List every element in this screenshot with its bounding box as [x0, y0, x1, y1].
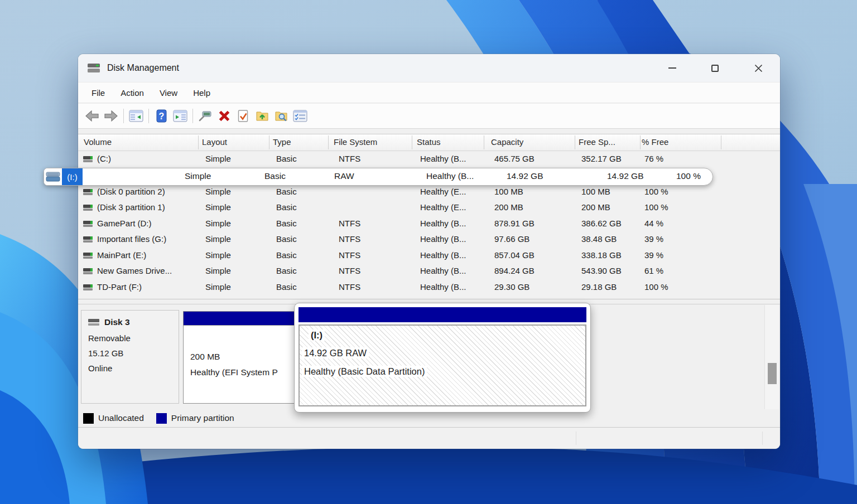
menu-action[interactable]: Action: [113, 84, 152, 101]
selected-partition-block[interactable]: (I:) 14.92 GB RAW Healthy (Basic Data Pa…: [294, 303, 591, 413]
table-row[interactable]: TD-Part (F:) Simple Basic NTFS Healthy (…: [78, 279, 780, 295]
col-volume[interactable]: Volume: [84, 137, 112, 147]
volume-icon: [83, 236, 93, 243]
selected-volume-row[interactable]: (I:) Simple Basic RAW Healthy (B... 14.9…: [44, 168, 713, 186]
app-icon: [87, 62, 102, 74]
status-bar: [78, 428, 780, 449]
console-tree-icon: [129, 110, 143, 122]
menu-bar: File Action View Help: [78, 82, 780, 103]
toolbar-separator: [192, 109, 193, 123]
partition-size: 14.92 GB RAW: [302, 347, 369, 358]
open-folder-up-button[interactable]: [253, 107, 272, 125]
selected-file-system: RAW: [334, 171, 354, 181]
window-title: Disk Management: [107, 63, 179, 73]
col-type[interactable]: Type: [273, 137, 291, 147]
toolbar: ?: [78, 104, 780, 129]
volume-icon: [83, 268, 93, 274]
back-icon: [85, 110, 99, 122]
efi-size: 200 MB: [190, 352, 220, 362]
col-pct-free[interactable]: % Free: [642, 137, 668, 147]
table-row[interactable]: (Disk 3 partition 1) Simple Basic Health…: [78, 200, 780, 216]
volume-icon: [83, 221, 93, 227]
toolbar-separator: [123, 109, 124, 123]
disk-icon: [88, 319, 99, 326]
selected-pct-free: 100 %: [676, 171, 701, 181]
primary-partition-swatch: [156, 413, 167, 424]
table-row[interactable]: Important files (G:) Simple Basic NTFS H…: [78, 231, 780, 248]
title-bar[interactable]: Disk Management: [78, 54, 780, 82]
folder-up-icon: [256, 109, 269, 123]
close-icon: [754, 64, 763, 72]
toolbar-separator: [148, 109, 149, 123]
minimize-button[interactable]: [659, 59, 685, 77]
removable-drive-icon: [44, 168, 62, 185]
table-row[interactable]: MainPart (E:) Simple Basic NTFS Healthy …: [78, 248, 780, 264]
partition-status: Healthy (Basic Data Partition): [302, 366, 427, 377]
check-document-icon: [237, 109, 249, 123]
primary-partition-bar: [298, 307, 586, 322]
delete-icon: [218, 109, 231, 123]
partition-hatched-body: (I:) 14.92 GB RAW Healthy (Basic Data Pa…: [298, 324, 586, 406]
table-row[interactable]: New Games Drive... Simple Basic NTFS Hea…: [78, 263, 780, 279]
selected-free-space: 14.92 GB: [607, 171, 644, 181]
col-file-system[interactable]: File System: [334, 137, 377, 147]
forward-button[interactable]: [102, 107, 121, 125]
screen-tip-button[interactable]: [196, 107, 215, 125]
table-header: Volume Layout Type File System Status Ca…: [78, 134, 780, 151]
help-icon: ?: [155, 109, 168, 123]
volume-icon: [83, 284, 93, 290]
back-button[interactable]: [83, 107, 102, 125]
close-button[interactable]: [745, 59, 771, 77]
table-row[interactable]: GamePart (D:) Simple Basic NTFS Healthy …: [78, 216, 780, 232]
col-capacity[interactable]: Capacity: [491, 137, 523, 147]
properties-icon: [293, 110, 307, 122]
selected-status: Healthy (B...: [426, 171, 474, 181]
folder-search-icon: [275, 109, 288, 123]
volume-icon: [83, 205, 93, 211]
efi-status: Healthy (EFI System P: [190, 367, 278, 377]
legend-unallocated: Unallocated: [98, 413, 144, 423]
maximize-button[interactable]: [702, 59, 728, 77]
help-button[interactable]: ?: [152, 107, 171, 125]
menu-view[interactable]: View: [152, 84, 185, 101]
volume-list-pane: Volume Layout Type File System Status Ca…: [78, 134, 780, 299]
properties-button[interactable]: [291, 107, 310, 125]
disk-size: 15.12 GB: [88, 348, 123, 358]
menu-help[interactable]: Help: [185, 84, 218, 101]
selected-volume-label: (I:): [62, 168, 83, 185]
action-pane-icon: [173, 110, 187, 122]
vertical-scrollbar[interactable]: [764, 305, 779, 409]
volume-icon: [83, 156, 93, 162]
legend-primary-partition: Primary partition: [171, 413, 234, 423]
volume-icon: [83, 189, 93, 195]
col-status[interactable]: Status: [417, 137, 441, 147]
scrollbar-thumb[interactable]: [768, 363, 777, 384]
selected-layout: Simple: [185, 171, 211, 181]
col-free-space[interactable]: Free Sp...: [579, 137, 615, 147]
screen-tip-icon: [198, 110, 213, 122]
show-action-pane-button[interactable]: [171, 107, 190, 125]
selected-capacity: 14.92 GB: [507, 171, 543, 181]
disk-3-panel[interactable]: Disk 3 Removable 15.12 GB Online: [81, 310, 179, 404]
unallocated-swatch: [83, 413, 94, 424]
delete-button[interactable]: [215, 107, 234, 125]
table-row[interactable]: (Disk 0 partition 2) Simple Basic Health…: [78, 184, 780, 200]
show-console-tree-button[interactable]: [127, 107, 146, 125]
menu-file[interactable]: File: [84, 84, 113, 101]
table-row[interactable]: (C:) Simple Basic NTFS Healthy (B... 465…: [78, 151, 780, 167]
selected-type: Basic: [264, 171, 286, 181]
forward-icon: [104, 110, 118, 122]
partition-label: (I:): [309, 329, 325, 341]
svg-text:?: ?: [159, 112, 165, 121]
explore-folder-button[interactable]: [272, 107, 291, 125]
disk-name: Disk 3: [104, 317, 130, 327]
volume-icon: [83, 253, 93, 259]
check-document-button[interactable]: [234, 107, 253, 125]
disk-kind: Removable: [88, 333, 131, 343]
disk-status: Online: [88, 364, 112, 373]
col-layout[interactable]: Layout: [202, 137, 227, 147]
